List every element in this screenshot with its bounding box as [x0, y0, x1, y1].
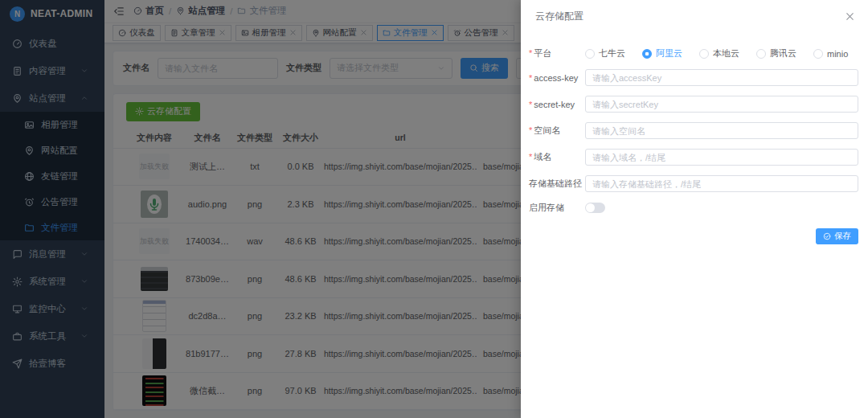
base-path-field: 存储基础路径	[529, 175, 858, 192]
platform-radio-group: 七牛云 阿里云 本地云 腾讯云 minio	[585, 47, 848, 59]
required-asterisk: *	[529, 100, 532, 109]
enable-storage-toggle[interactable]	[585, 203, 605, 213]
cloud-storage-drawer: 云存储配置 *平台 七牛云 阿里云 本地云 腾	[521, 0, 868, 418]
access-key-label: *access-key	[529, 73, 585, 83]
platform-field: *平台 七牛云 阿里云 本地云 腾讯云	[529, 47, 858, 59]
access-key-field: *access-key	[529, 69, 858, 86]
radio-local[interactable]: 本地云	[699, 47, 739, 59]
bucket-name-input[interactable]	[585, 122, 858, 139]
radio-circle-icon	[642, 49, 652, 59]
secret-key-input[interactable]	[585, 96, 858, 113]
bucket-name-label: *空间名	[529, 125, 585, 137]
radio-qiniu[interactable]: 七牛云	[585, 47, 625, 59]
radio-minio[interactable]: minio	[813, 49, 848, 59]
drawer-title: 云存储配置	[535, 10, 583, 23]
radio-label: 七牛云	[599, 47, 625, 59]
required-asterisk: *	[529, 125, 532, 135]
domain-input[interactable]	[585, 149, 858, 166]
radio-circle-icon	[756, 49, 766, 59]
radio-circle-icon	[699, 49, 709, 59]
save-button-label: 保存	[834, 231, 851, 242]
secret-key-label: *secret-key	[529, 100, 585, 109]
required-asterisk: *	[529, 48, 532, 58]
base-path-label: 存储基础路径	[529, 178, 585, 190]
secret-key-field: *secret-key	[529, 96, 858, 113]
required-asterisk: *	[529, 73, 532, 83]
radio-label: minio	[827, 49, 848, 59]
access-key-input[interactable]	[585, 69, 858, 86]
check-circle-icon	[823, 232, 831, 240]
enable-storage-label: 启用存储	[529, 202, 585, 214]
radio-tencent[interactable]: 腾讯云	[756, 47, 796, 59]
save-button[interactable]: 保存	[816, 228, 858, 244]
bucket-name-field: *空间名	[529, 122, 858, 139]
drawer-footer: 保存	[529, 228, 858, 244]
domain-label: *域名	[529, 151, 585, 163]
radio-aliyun[interactable]: 阿里云	[642, 47, 682, 59]
radio-circle-icon	[585, 49, 595, 59]
radio-label: 阿里云	[656, 47, 682, 59]
platform-label: *平台	[529, 47, 585, 59]
radio-label: 本地云	[713, 47, 739, 59]
drawer-header: 云存储配置	[521, 0, 868, 23]
required-asterisk: *	[529, 152, 532, 162]
enable-storage-field: 启用存储	[529, 202, 858, 214]
radio-label: 腾讯云	[770, 47, 796, 59]
base-path-input[interactable]	[585, 175, 858, 192]
domain-field: *域名	[529, 149, 858, 166]
drawer-body: *平台 七牛云 阿里云 本地云 腾讯云	[521, 23, 868, 244]
close-icon[interactable]	[845, 11, 855, 22]
radio-circle-icon	[813, 49, 823, 59]
